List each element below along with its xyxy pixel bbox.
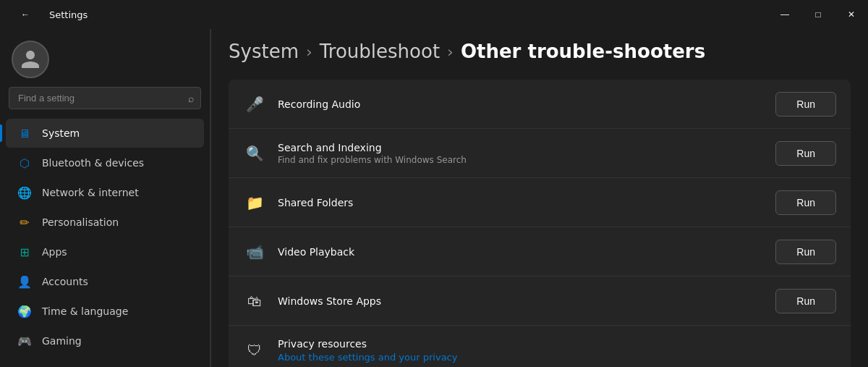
- privacy-resources-title: Privacy resources: [278, 338, 836, 350]
- sidebar-item-apps[interactable]: ⊞Apps: [6, 237, 204, 266]
- network-nav-icon: 🌐: [17, 185, 32, 200]
- troubleshooter-item-recording-audio: 🎤Recording AudioRun: [229, 80, 851, 129]
- search-indexing-text: Search and IndexingFind and fix problems…: [278, 142, 775, 165]
- sidebar-item-bluetooth[interactable]: ⬡Bluetooth & devices: [6, 148, 204, 177]
- privacy-resources-text: Privacy resourcesAbout these settings an…: [278, 338, 836, 363]
- breadcrumb-system[interactable]: System: [229, 41, 299, 62]
- user-icon: [20, 48, 41, 70]
- sidebar-item-personalisation[interactable]: ✏Personalisation: [6, 208, 204, 237]
- sidebar-item-label-network: Network & internet: [42, 187, 139, 198]
- video-playback-icon: 📹: [243, 240, 266, 263]
- time-nav-icon: 🌍: [17, 304, 32, 319]
- recording-audio-run-button[interactable]: Run: [775, 92, 836, 117]
- bluetooth-nav-icon: ⬡: [17, 156, 32, 170]
- troubleshooter-item-windows-store: 🛍Windows Store AppsRun: [229, 277, 851, 326]
- sidebar-item-label-apps: Apps: [42, 246, 67, 258]
- privacy-resources-icon: 🛡: [243, 339, 266, 362]
- maximize-button[interactable]: □: [801, 0, 835, 29]
- breadcrumb-troubleshoot[interactable]: Troubleshoot: [320, 41, 440, 62]
- breadcrumb-sep-2: ›: [446, 43, 455, 61]
- search-input[interactable]: [9, 87, 201, 109]
- sidebar-item-label-personalisation: Personalisation: [42, 216, 119, 228]
- sidebar-item-accounts[interactable]: 👤Accounts: [6, 267, 204, 296]
- nav-list: 🖥System⬡Bluetooth & devices🌐Network & in…: [0, 118, 210, 356]
- window-controls: — □ ✕: [768, 0, 868, 29]
- windows-store-text: Windows Store Apps: [278, 295, 775, 307]
- windows-store-title: Windows Store Apps: [278, 295, 775, 307]
- settings-window: ← Settings — □ ✕ ⌕ 🖥System⬡Bluetooth & d…: [0, 0, 868, 367]
- windows-store-run-button[interactable]: Run: [775, 289, 836, 313]
- shared-folders-title: Shared Folders: [278, 197, 775, 208]
- breadcrumb: System › Troubleshoot › Other trouble-sh…: [229, 41, 851, 62]
- search-indexing-run-button[interactable]: Run: [775, 141, 836, 166]
- sidebar-item-label-gaming: Gaming: [42, 335, 82, 347]
- personalisation-nav-icon: ✏: [17, 215, 32, 229]
- apps-nav-icon: ⊞: [17, 245, 32, 259]
- avatar[interactable]: [12, 41, 49, 78]
- sidebar-item-system[interactable]: 🖥System: [6, 119, 204, 148]
- search-indexing-icon: 🔍: [243, 142, 266, 165]
- search-indexing-subtitle: Find and fix problems with Windows Searc…: [278, 155, 775, 165]
- sidebar-item-label-system: System: [42, 127, 80, 139]
- shared-folders-run-button[interactable]: Run: [775, 190, 836, 215]
- privacy-resources-link[interactable]: About these settings and your privacy: [278, 352, 457, 363]
- recording-audio-text: Recording Audio: [278, 98, 775, 110]
- minimize-button[interactable]: —: [768, 0, 801, 29]
- breadcrumb-current: Other trouble-shooters: [461, 41, 705, 62]
- sidebar-item-label-bluetooth: Bluetooth & devices: [42, 157, 144, 169]
- search-icon: ⌕: [188, 93, 194, 104]
- title-bar: ← Settings — □ ✕: [0, 0, 868, 29]
- title-bar-left: ← Settings: [9, 0, 88, 29]
- back-button[interactable]: ←: [9, 0, 42, 29]
- app-title: Settings: [49, 9, 88, 20]
- shared-folders-text: Shared Folders: [278, 197, 775, 208]
- windows-store-icon: 🛍: [243, 290, 266, 313]
- sidebar-item-label-accounts: Accounts: [42, 276, 88, 287]
- system-nav-icon: 🖥: [17, 126, 32, 140]
- main-content: ⌕ 🖥System⬡Bluetooth & devices🌐Network & …: [0, 29, 868, 367]
- sidebar-item-network[interactable]: 🌐Network & internet: [6, 178, 204, 207]
- recording-audio-title: Recording Audio: [278, 98, 775, 110]
- shared-folders-icon: 📁: [243, 191, 266, 214]
- main-panel: System › Troubleshoot › Other trouble-sh…: [211, 29, 868, 367]
- user-section: [0, 29, 210, 87]
- video-playback-text: Video Playback: [278, 246, 775, 258]
- troubleshooter-list: 🎤Recording AudioRun🔍Search and IndexingF…: [229, 80, 851, 367]
- search-box[interactable]: ⌕: [9, 87, 201, 109]
- troubleshooter-item-privacy-resources: 🛡Privacy resourcesAbout these settings a…: [229, 326, 851, 367]
- sidebar-item-time[interactable]: 🌍Time & language: [6, 297, 204, 326]
- troubleshooter-item-shared-folders: 📁Shared FoldersRun: [229, 178, 851, 227]
- troubleshooter-item-video-playback: 📹Video PlaybackRun: [229, 227, 851, 277]
- video-playback-run-button[interactable]: Run: [775, 240, 836, 264]
- gaming-nav-icon: 🎮: [17, 334, 32, 348]
- video-playback-title: Video Playback: [278, 246, 775, 258]
- sidebar-item-gaming[interactable]: 🎮Gaming: [6, 326, 204, 355]
- sidebar: ⌕ 🖥System⬡Bluetooth & devices🌐Network & …: [0, 29, 210, 367]
- sidebar-item-label-time: Time & language: [42, 305, 128, 317]
- breadcrumb-sep-1: ›: [305, 43, 314, 61]
- accounts-nav-icon: 👤: [17, 274, 32, 289]
- troubleshooter-item-search-indexing: 🔍Search and IndexingFind and fix problem…: [229, 129, 851, 178]
- close-button[interactable]: ✕: [835, 0, 868, 29]
- recording-audio-icon: 🎤: [243, 93, 266, 116]
- search-indexing-title: Search and Indexing: [278, 142, 775, 153]
